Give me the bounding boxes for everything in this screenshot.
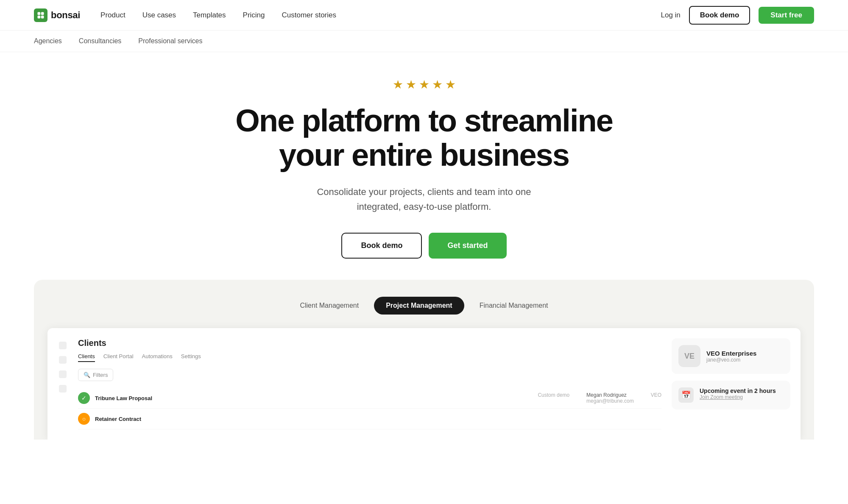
hero-title-line2: your entire business <box>279 137 569 173</box>
row-contact-1: Megan Rodriguez <box>586 392 634 398</box>
content-tab-portal[interactable]: Client Portal <box>103 353 134 362</box>
login-link[interactable]: Log in <box>661 11 680 19</box>
client-avatar: VE <box>678 345 700 367</box>
client-info: VEO Enterprises jane@veo.com <box>706 350 784 363</box>
tab-financial-management[interactable]: Financial Management <box>468 297 560 315</box>
logo[interactable]: bonsai <box>34 8 80 22</box>
product-showcase: Client Management Project Management Fin… <box>34 280 814 440</box>
filter-search[interactable]: 🔍 Filters <box>78 369 113 381</box>
hero-title-line1: One platform to streamline <box>235 103 613 138</box>
row-title-1: Tribune Law Proposal <box>95 395 533 401</box>
nav-right: Log in Book demo Start free <box>661 6 814 25</box>
row-status-icon-1: ✓ <box>78 392 90 404</box>
row-meta-1: Custom demo Megan Rodriguez megan@tribun… <box>538 392 661 404</box>
content-tab-clients[interactable]: Clients <box>78 353 95 362</box>
content-tab-settings[interactable]: Settings <box>181 353 201 362</box>
event-link[interactable]: Join Zoom meeting <box>700 394 776 400</box>
nav-link-use-cases[interactable]: Use cases <box>142 11 176 19</box>
star-5: ★ <box>445 78 456 92</box>
app-mockup: Clients Clients Client Portal Automation… <box>47 328 801 440</box>
logo-icon <box>34 8 47 22</box>
star-3: ★ <box>419 78 430 92</box>
subnav: Agencies Consultancies Professional serv… <box>0 31 848 52</box>
tab-project-management[interactable]: Project Management <box>374 297 464 315</box>
star-2: ★ <box>406 78 416 92</box>
start-free-button[interactable]: Start free <box>759 7 814 24</box>
section-title: Clients <box>78 338 661 348</box>
main-nav: bonsai Product Use cases Templates Prici… <box>0 0 848 31</box>
book-demo-button[interactable]: Book demo <box>689 6 750 25</box>
star-rating: ★ ★ ★ ★ ★ <box>393 78 456 92</box>
content-tab-automations[interactable]: Automations <box>142 353 173 362</box>
hero-subtitle: Consolidate your projects, clients and t… <box>305 184 543 214</box>
app-sidebar <box>58 338 68 429</box>
hero-book-demo-button[interactable]: Book demo <box>341 233 422 259</box>
row-col1-1: Custom demo <box>538 392 569 404</box>
logo-text: bonsai <box>51 10 80 21</box>
table-row: ✓ Tribune Law Proposal Custom demo Megan… <box>78 388 661 409</box>
nav-left: bonsai Product Use cases Templates Prici… <box>34 8 336 22</box>
row-status-icon-2: ○ <box>78 413 90 425</box>
hero-section: ★ ★ ★ ★ ★ One platform to streamline you… <box>0 52 848 280</box>
filter-label: Filters <box>93 372 108 378</box>
nav-link-product[interactable]: Product <box>100 11 126 19</box>
client-company-name: VEO Enterprises <box>706 350 784 357</box>
hero-title: One platform to streamline your entire b… <box>235 103 613 173</box>
star-1: ★ <box>393 78 403 92</box>
app-main-content: Clients Clients Client Portal Automation… <box>78 338 661 429</box>
star-4: ★ <box>432 78 443 92</box>
event-info: Upcoming event in 2 hours Join Zoom meet… <box>700 387 776 400</box>
row-col2-1: Megan Rodriguez megan@tribune.com <box>586 392 634 404</box>
row-name-1: Tribune Law Proposal <box>95 395 533 401</box>
hero-buttons: Book demo Get started <box>341 233 506 259</box>
sidebar-icon-3 <box>59 370 67 378</box>
tab-client-management[interactable]: Client Management <box>288 297 371 315</box>
svg-rect-0 <box>38 12 41 15</box>
nav-links: Product Use cases Templates Pricing Cust… <box>100 11 336 19</box>
calendar-icon: 📅 <box>678 387 694 403</box>
showcase-tabs: Client Management Project Management Fin… <box>34 297 814 315</box>
subnav-agencies[interactable]: Agencies <box>34 37 62 45</box>
svg-rect-3 <box>41 15 44 18</box>
client-email: jane@veo.com <box>706 357 784 363</box>
sidebar-icon-1 <box>59 342 67 349</box>
row-name-2: Retainer Contract <box>95 416 661 422</box>
row-title-2: Retainer Contract <box>95 416 661 422</box>
svg-rect-1 <box>41 12 44 15</box>
sidebar-icon-4 <box>59 385 67 393</box>
row-stage-val-1: VEO <box>651 392 661 398</box>
search-icon: 🔍 <box>84 372 90 378</box>
content-tabs: Clients Client Portal Automations Settin… <box>78 353 661 362</box>
nav-link-customer-stories[interactable]: Customer stories <box>282 11 336 19</box>
row-col1-label-1: Custom demo <box>538 392 569 398</box>
nav-link-pricing[interactable]: Pricing <box>243 11 265 19</box>
row-email-1: megan@tribune.com <box>586 398 634 404</box>
hero-get-started-button[interactable]: Get started <box>429 233 506 259</box>
event-title: Upcoming event in 2 hours <box>700 387 776 394</box>
subnav-professional-services[interactable]: Professional services <box>138 37 202 45</box>
subnav-consultancies[interactable]: Consultancies <box>79 37 122 45</box>
side-panel: VE VEO Enterprises jane@veo.com 📅 Upcomi… <box>672 338 790 429</box>
svg-rect-2 <box>38 15 41 18</box>
table-row-2: ○ Retainer Contract <box>78 409 661 429</box>
client-card: VE VEO Enterprises jane@veo.com <box>672 338 790 374</box>
event-card: 📅 Upcoming event in 2 hours Join Zoom me… <box>672 381 790 409</box>
nav-link-templates[interactable]: Templates <box>193 11 226 19</box>
sidebar-icon-2 <box>59 356 67 364</box>
row-stage-1: VEO <box>651 392 661 404</box>
search-row: 🔍 Filters <box>78 369 661 381</box>
